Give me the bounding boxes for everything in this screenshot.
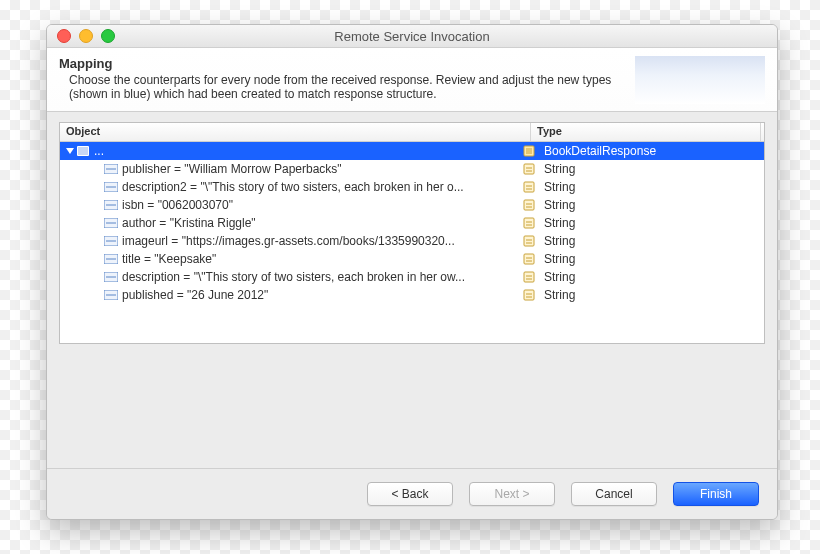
type-icon <box>522 271 536 283</box>
table-row[interactable]: description = "\"This story of two siste… <box>60 268 764 286</box>
type-icon <box>522 145 536 157</box>
object-label: imageurl = "https://images.gr-assets.com… <box>122 232 455 250</box>
table-row[interactable]: isbn = "0062003070" String <box>60 196 764 214</box>
column-header-object[interactable]: Object <box>60 123 531 141</box>
svg-rect-23 <box>524 218 534 228</box>
table-row[interactable]: description2 = "\"This story of two sist… <box>60 178 764 196</box>
type-icon <box>522 163 536 175</box>
type-icon <box>522 181 536 193</box>
type-label: String <box>544 232 575 250</box>
object-label: published = "26 June 2012" <box>122 286 268 304</box>
svg-rect-43 <box>524 290 534 300</box>
table-row[interactable]: published = "26 June 2012" String <box>60 286 764 304</box>
type-icon <box>522 235 536 247</box>
titlebar: Remote Service Invocation <box>47 25 777 48</box>
svg-rect-33 <box>524 254 534 264</box>
table-row[interactable]: imageurl = "https://images.gr-assets.com… <box>60 232 764 250</box>
type-label: String <box>544 160 575 178</box>
field-icon <box>104 253 118 265</box>
disclosure-icon[interactable] <box>66 148 74 154</box>
table-body: ... BookDetailResponse publisher = "Will… <box>60 142 764 343</box>
type-label: String <box>544 268 575 286</box>
object-label: title = "Keepsake" <box>122 250 216 268</box>
svg-rect-1 <box>78 147 88 155</box>
mapping-table: Object Type ... <box>59 122 765 344</box>
field-icon <box>104 235 118 247</box>
object-label: publisher = "William Morrow Paperbacks" <box>122 160 342 178</box>
type-label: String <box>544 178 575 196</box>
type-label: String <box>544 286 575 304</box>
type-icon <box>522 199 536 211</box>
content-area: Object Type ... <box>47 112 777 468</box>
table-row[interactable]: author = "Kristina Riggle" String <box>60 214 764 232</box>
object-label: description2 = "\"This story of two sist… <box>122 178 464 196</box>
field-icon <box>104 163 118 175</box>
dialog-window: Remote Service Invocation Mapping Choose… <box>46 24 778 520</box>
object-label: isbn = "0062003070" <box>122 196 233 214</box>
field-icon <box>104 181 118 193</box>
type-icon <box>522 289 536 301</box>
svg-rect-8 <box>524 164 534 174</box>
object-icon <box>76 145 90 157</box>
finish-button[interactable]: Finish <box>673 482 759 506</box>
type-label: BookDetailResponse <box>544 142 656 160</box>
svg-rect-28 <box>524 236 534 246</box>
next-button: Next > <box>469 482 555 506</box>
cancel-button[interactable]: Cancel <box>571 482 657 506</box>
field-icon <box>104 217 118 229</box>
svg-rect-13 <box>524 182 534 192</box>
object-label: description = "\"This story of two siste… <box>122 268 465 286</box>
field-icon <box>104 199 118 211</box>
table-row[interactable]: title = "Keepsake" String <box>60 250 764 268</box>
back-button[interactable]: < Back <box>367 482 453 506</box>
column-header-type[interactable]: Type <box>531 123 761 141</box>
type-label: String <box>544 196 575 214</box>
object-label: author = "Kristina Riggle" <box>122 214 256 232</box>
type-icon <box>522 253 536 265</box>
header-banner <box>635 56 765 104</box>
wizard-footer: < Back Next > Cancel Finish <box>47 468 777 519</box>
field-icon <box>104 289 118 301</box>
type-label: String <box>544 250 575 268</box>
window-title: Remote Service Invocation <box>47 29 777 44</box>
svg-rect-18 <box>524 200 534 210</box>
table-row-root[interactable]: ... BookDetailResponse <box>60 142 764 160</box>
type-label: String <box>544 214 575 232</box>
field-icon <box>104 271 118 283</box>
table-row[interactable]: publisher = "William Morrow Paperbacks" … <box>60 160 764 178</box>
object-label: ... <box>94 142 104 160</box>
type-icon <box>522 217 536 229</box>
page-description: Choose the counterparts for every node f… <box>69 73 629 101</box>
page-title: Mapping <box>59 56 635 71</box>
table-header: Object Type <box>60 123 764 142</box>
svg-rect-38 <box>524 272 534 282</box>
wizard-header: Mapping Choose the counterparts for ever… <box>47 48 777 112</box>
